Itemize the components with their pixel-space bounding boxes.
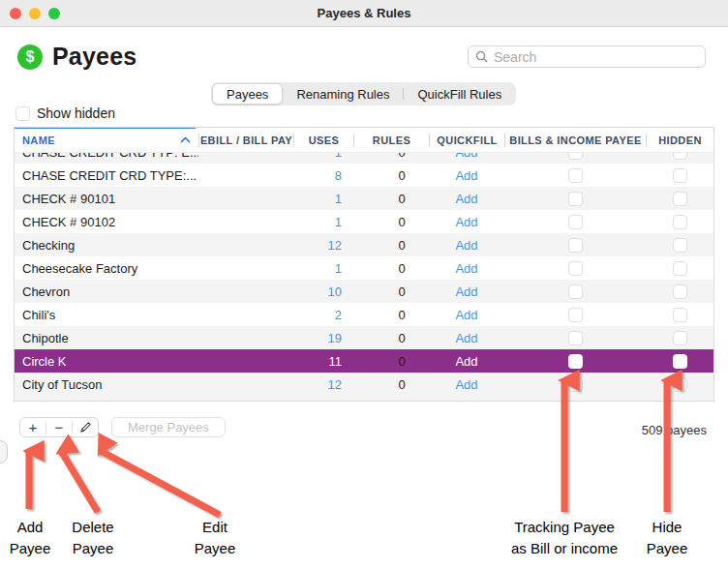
payee-name-cell: Checking [15, 233, 198, 256]
ebill-cell [198, 303, 293, 326]
search-input[interactable] [494, 49, 698, 65]
column-header-hidden[interactable]: HIDDEN [646, 134, 713, 147]
bills-income-payee-checkbox[interactable] [568, 261, 583, 276]
column-header-bills-income[interactable]: BILLS & INCOME PAYEE [504, 134, 646, 147]
tab-renaming-rules[interactable]: Renaming Rules [283, 83, 403, 105]
quickfill-add-link[interactable]: Add [429, 349, 504, 373]
hidden-checkbox[interactable] [673, 354, 687, 369]
table-row[interactable]: Chipotle 19 0 Add [15, 326, 713, 349]
rules-count-cell: 0 [353, 164, 429, 187]
column-header-name[interactable]: NAME [15, 134, 198, 147]
bills-income-payee-checkbox[interactable] [568, 308, 583, 322]
quickfill-add-link[interactable]: Add [429, 326, 504, 349]
bills-income-payee-checkbox[interactable] [568, 284, 583, 299]
hidden-checkbox[interactable] [673, 331, 687, 345]
annotation-add-payee: AddPayee [6, 517, 54, 559]
tab-quickfill-rules[interactable]: QuickFill Rules [404, 83, 515, 105]
uses-count-link[interactable]: 11 [293, 349, 353, 373]
edit-payee-button[interactable] [73, 418, 98, 436]
table-row[interactable]: CHASE CREDIT CRD TYP: E... 1 0 Add [15, 153, 713, 164]
table-row[interactable]: Checking 12 0 Add [15, 233, 713, 256]
sort-column-underline [14, 127, 196, 129]
bills-income-payee-checkbox[interactable] [568, 331, 583, 345]
table-row[interactable]: Cheesecake Factory 1 0 Add [15, 256, 713, 280]
quickfill-add-link[interactable]: Add [429, 256, 504, 280]
quickfill-add-link[interactable]: Add [429, 164, 504, 187]
table-row[interactable]: Circle K 11 0 Add [15, 349, 713, 373]
bills-income-payee-checkbox[interactable] [568, 168, 583, 183]
search-icon [475, 50, 488, 63]
payee-count: 509 payees [642, 423, 707, 437]
quickfill-add-link[interactable]: Add [429, 210, 504, 233]
ebill-cell [198, 349, 293, 373]
zoom-button[interactable] [48, 8, 60, 19]
uses-count-link[interactable]: 12 [293, 373, 353, 396]
column-header-quickfill[interactable]: QUICKFILL [429, 134, 504, 147]
rules-count-cell: 0 [353, 373, 429, 396]
quickfill-add-link[interactable]: Add [429, 280, 504, 303]
quickfill-add-link[interactable]: Add [429, 373, 504, 396]
uses-count-link[interactable]: 1 [293, 210, 353, 233]
uses-count-link[interactable]: 1 [293, 256, 353, 280]
uses-count-link[interactable]: 1 [293, 153, 353, 164]
uses-count-link[interactable]: 19 [293, 326, 353, 349]
uses-count-link[interactable]: 2 [293, 303, 353, 326]
quickfill-add-link[interactable]: Add [429, 153, 504, 164]
bills-income-payee-checkbox[interactable] [568, 153, 583, 160]
hidden-checkbox[interactable] [673, 192, 687, 206]
hidden-checkbox[interactable] [673, 261, 687, 276]
payee-name-cell: Chevron [15, 280, 198, 303]
merge-payees-button[interactable]: Merge Payees [111, 417, 226, 437]
table-bottom-strip [15, 396, 713, 401]
search-field[interactable] [468, 45, 706, 68]
delete-payee-button[interactable]: − [46, 418, 72, 436]
uses-count-link[interactable]: 1 [293, 187, 353, 210]
hidden-checkbox[interactable] [673, 238, 687, 253]
scrolled-partial-row: CHASE CREDIT CRD TYP: E... 1 0 Add [15, 153, 713, 164]
hidden-checkbox[interactable] [673, 153, 687, 160]
edit-payee-arrow [101, 451, 220, 515]
payee-name-cell: CHECK # 90102 [15, 210, 198, 233]
minimize-button[interactable] [29, 8, 41, 19]
bills-income-payee-checkbox[interactable] [568, 238, 583, 253]
quickfill-add-link[interactable]: Add [429, 303, 504, 326]
quickfill-add-link[interactable]: Add [429, 233, 504, 256]
close-button[interactable] [10, 8, 21, 19]
table-header: NAME EBILL / BILL PAY USES RULES QUICKFI… [15, 128, 713, 153]
ebill-cell [198, 153, 293, 164]
hidden-checkbox[interactable] [673, 168, 687, 183]
table-row[interactable]: CHECK # 90101 1 0 Add [15, 187, 713, 210]
table-row[interactable]: CHASE CREDIT CRD TYPE:... 8 0 Add [15, 164, 713, 187]
hidden-checkbox[interactable] [673, 308, 687, 322]
show-hidden-checkbox[interactable] [15, 106, 30, 121]
bills-income-payee-checkbox[interactable] [568, 354, 583, 369]
ebill-cell [198, 280, 293, 303]
column-header-rules[interactable]: RULES [353, 134, 429, 147]
payee-name-cell: Chipotle [15, 326, 198, 349]
payees-table: NAME EBILL / BILL PAY USES RULES QUICKFI… [14, 127, 714, 402]
hidden-checkbox[interactable] [673, 284, 687, 299]
annotation-delete-payee: DeletePayee [64, 517, 122, 559]
add-payee-button[interactable]: + [20, 418, 46, 436]
bills-income-payee-checkbox[interactable] [568, 215, 583, 229]
table-row[interactable]: CHECK # 90102 1 0 Add [15, 210, 713, 233]
table-row[interactable]: Chevron 10 0 Add [15, 280, 713, 303]
column-header-uses[interactable]: USES [293, 134, 353, 147]
ebill-cell [198, 164, 293, 187]
table-row[interactable]: Chili's 2 0 Add [15, 303, 713, 326]
uses-count-link[interactable]: 8 [293, 164, 353, 187]
ebill-cell [198, 210, 293, 233]
column-header-ebill[interactable]: EBILL / BILL PAY [198, 134, 293, 147]
tab-payees[interactable]: Payees [212, 83, 283, 105]
quickfill-add-link[interactable]: Add [429, 187, 504, 210]
rules-count-cell: 0 [353, 303, 429, 326]
table-row[interactable]: City of Tucson 12 0 Add [15, 373, 713, 396]
bills-income-payee-checkbox[interactable] [568, 192, 583, 206]
uses-count-link[interactable]: 10 [293, 280, 353, 303]
payee-actions-button-group: + − [19, 417, 99, 437]
hidden-checkbox[interactable] [673, 215, 687, 229]
uses-count-link[interactable]: 12 [293, 233, 353, 256]
ebill-cell [198, 187, 293, 210]
bills-income-payee-checkbox[interactable] [568, 377, 583, 392]
hidden-checkbox[interactable] [673, 377, 687, 392]
